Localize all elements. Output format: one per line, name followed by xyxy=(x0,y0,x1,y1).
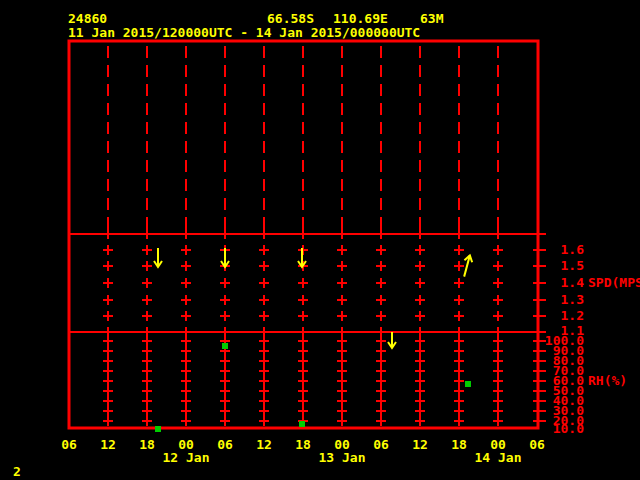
grid-plus-mark xyxy=(298,336,308,346)
grid-plus-mark xyxy=(337,245,347,255)
grid-plus-mark xyxy=(103,376,113,386)
grid-plus-mark xyxy=(142,311,152,321)
grid-plus-mark xyxy=(142,346,152,356)
grid-plus-mark xyxy=(415,416,425,426)
spd-tick-label: 1.6 xyxy=(540,243,584,256)
rh-data-point xyxy=(155,426,161,432)
grid-plus-mark xyxy=(259,245,269,255)
grid-plus-mark xyxy=(142,261,152,271)
grid-plus-mark xyxy=(220,311,230,321)
grid-plus-mark xyxy=(220,376,230,386)
grid-plus-mark xyxy=(259,416,269,426)
spd-tick-label: 1.4 xyxy=(540,276,584,289)
grid-plus-mark xyxy=(259,295,269,305)
grid-plus-mark xyxy=(454,245,464,255)
grid-plus-mark xyxy=(493,336,503,346)
grid-plus-mark xyxy=(181,245,191,255)
grid-plus-mark xyxy=(181,311,191,321)
grid-plus-mark xyxy=(259,278,269,288)
grid-plus-mark xyxy=(103,311,113,321)
grid-plus-mark xyxy=(415,406,425,416)
rh-offscale-arrow xyxy=(388,332,396,348)
grid-plus-mark xyxy=(181,386,191,396)
time-tick-label: 12 xyxy=(412,438,428,451)
grid-plus-mark xyxy=(103,406,113,416)
grid-plus-mark xyxy=(376,406,386,416)
grid-plus-mark xyxy=(454,278,464,288)
grid-plus-mark xyxy=(142,336,152,346)
grid-plus-mark xyxy=(181,356,191,366)
grid-plus-mark xyxy=(454,261,464,271)
grid-plus-mark xyxy=(454,396,464,406)
grid-plus-mark xyxy=(220,416,230,426)
grid-plus-mark xyxy=(415,261,425,271)
grid-plus-mark xyxy=(337,396,347,406)
grid-plus-mark xyxy=(259,336,269,346)
grid-plus-mark xyxy=(142,356,152,366)
grid-plus-mark xyxy=(142,245,152,255)
grid-plus-mark xyxy=(376,295,386,305)
rh-data-point xyxy=(222,343,228,349)
date-label: 14 Jan xyxy=(475,451,522,464)
grid-plus-mark xyxy=(415,311,425,321)
grid-plus-mark xyxy=(298,278,308,288)
grid-plus-mark xyxy=(103,295,113,305)
grid-plus-mark xyxy=(181,346,191,356)
grid-plus-mark xyxy=(493,311,503,321)
grid-plus-mark xyxy=(103,261,113,271)
grid-plus-mark xyxy=(103,416,113,426)
date-label: 12 Jan xyxy=(163,451,210,464)
grid-plus-mark xyxy=(376,261,386,271)
grid-plus-mark xyxy=(493,278,503,288)
grid-plus-mark xyxy=(493,346,503,356)
grid-plus-mark xyxy=(259,386,269,396)
grid-plus-mark xyxy=(220,396,230,406)
grid-plus-mark xyxy=(415,366,425,376)
time-tick-label: 18 xyxy=(295,438,311,451)
grid-plus-mark xyxy=(298,396,308,406)
grid-plus-mark xyxy=(142,278,152,288)
grid-plus-mark xyxy=(298,406,308,416)
spd-axis-title: SPD(MPS) xyxy=(588,276,640,289)
grid-plus-mark xyxy=(259,406,269,416)
grid-plus-mark xyxy=(103,278,113,288)
grid-plus-mark xyxy=(298,346,308,356)
grid-plus-mark xyxy=(493,261,503,271)
grid-plus-mark xyxy=(142,386,152,396)
grid-plus-mark xyxy=(337,376,347,386)
spd-tick-label: 1.5 xyxy=(540,259,584,272)
grid-plus-mark xyxy=(337,346,347,356)
time-tick-label: 18 xyxy=(139,438,155,451)
grid-plus-mark xyxy=(142,366,152,376)
grid-plus-mark xyxy=(376,366,386,376)
grid-plus-mark xyxy=(181,396,191,406)
grid-plus-mark xyxy=(454,336,464,346)
grid-plus-mark xyxy=(415,336,425,346)
grid-plus-mark xyxy=(298,295,308,305)
grid-plus-mark xyxy=(181,336,191,346)
grid-plus-mark xyxy=(337,278,347,288)
grid-plus-mark xyxy=(376,346,386,356)
grid-plus-mark xyxy=(259,311,269,321)
time-tick-label: 12 xyxy=(256,438,272,451)
grid-plus-mark xyxy=(181,278,191,288)
grid-plus-mark xyxy=(454,346,464,356)
grid-plus-mark xyxy=(103,336,113,346)
time-tick-label: 06 xyxy=(373,438,389,451)
grid-plus-mark xyxy=(259,356,269,366)
grid-plus-mark xyxy=(259,261,269,271)
date-label: 13 Jan xyxy=(319,451,366,464)
grid-plus-mark xyxy=(454,416,464,426)
grid-plus-mark xyxy=(415,386,425,396)
grid-plus-mark xyxy=(454,376,464,386)
grid-plus-mark xyxy=(181,376,191,386)
grid-plus-mark xyxy=(376,336,386,346)
grid-plus-mark xyxy=(415,278,425,288)
grid-plus-mark xyxy=(142,416,152,426)
grid-plus-mark xyxy=(454,356,464,366)
grid-plus-mark xyxy=(376,376,386,386)
grid-plus-mark xyxy=(493,386,503,396)
grid-plus-mark xyxy=(493,356,503,366)
grid-plus-mark xyxy=(493,376,503,386)
grid-plus-mark xyxy=(181,295,191,305)
